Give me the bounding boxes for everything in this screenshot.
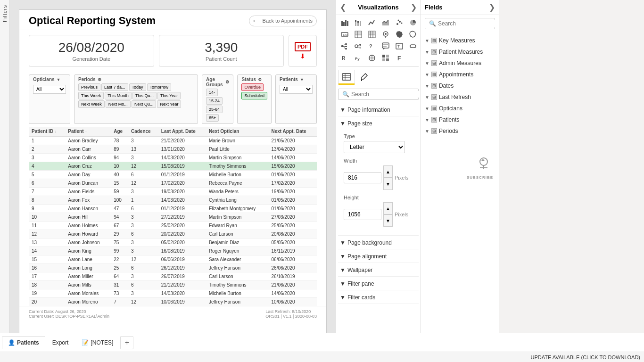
filters-sidebar[interactable]: Filters — [0, 0, 9, 333]
width-up-btn[interactable]: ▲ — [383, 165, 393, 178]
filter-pane-header[interactable]: ▼ Filter pane — [338, 278, 419, 290]
bar-chart-icon[interactable] — [338, 17, 351, 28]
col-header-patient[interactable]: Patient ↑ — [65, 127, 111, 136]
page-alignment-header[interactable]: ▼ Page alignment — [338, 250, 419, 263]
scatter-chart-icon[interactable] — [393, 17, 406, 28]
table-row[interactable]: 4 Aaron Cruz 10 12 15/08/2019 Timothy Si… — [29, 162, 317, 171]
period-btn-tomorrow[interactable]: Tomorrow — [147, 83, 172, 91]
patients-tab[interactable]: 👤 Patients — [2, 336, 45, 349]
col-header-next-optician[interactable]: Next Optician — [206, 127, 269, 136]
table-row[interactable]: 11 Aaron Holmes 67 3 25/02/2020 Edward R… — [29, 222, 317, 230]
period-btn-nextyear[interactable]: Next Year — [157, 100, 181, 108]
period-btn-nextweek[interactable]: Next Week — [78, 100, 105, 108]
format-table-icon[interactable] — [338, 70, 355, 85]
table-row[interactable]: 10 Aaron Hill 94 3 27/12/2019 Martin Sim… — [29, 213, 317, 222]
field-section-dates-header[interactable]: ▼ ⊞ Dates — [423, 81, 497, 90]
treemap-icon[interactable] — [420, 17, 421, 28]
page-size-header[interactable]: ▼ Page size — [338, 117, 419, 130]
period-btn-last7[interactable]: Last 7 da... — [101, 83, 128, 91]
back-button[interactable]: ⟵ Back to Appointments — [249, 16, 317, 26]
age-btn-25-64[interactable]: 25-64 — [206, 106, 223, 113]
viz-prev-arrow[interactable]: ❮ — [340, 3, 346, 12]
line-chart-icon[interactable] — [365, 17, 379, 28]
table-row[interactable]: 16 Aaron Long 25 6 26/12/2019 Jeffrey Ha… — [29, 264, 317, 272]
table-viz-icon[interactable] — [352, 29, 365, 40]
table-row[interactable]: 13 Aaron Johnson 75 3 05/02/2020 Benjami… — [29, 239, 317, 247]
patients-select[interactable]: All — [280, 85, 313, 94]
height-down-btn[interactable]: ▼ — [383, 214, 393, 227]
table-row[interactable]: 7 Aaron Fields 59 3 19/03/2020 Wanda Pet… — [29, 188, 317, 196]
add-tab-button[interactable]: + — [120, 336, 133, 349]
pie-chart-icon[interactable] — [406, 17, 420, 28]
field-section-opticians-header[interactable]: ▼ ⊞ Opticians — [423, 104, 497, 113]
field-section-key-measures-header[interactable]: ▼ ⊞ Key Measures — [423, 36, 497, 45]
grid-visual-icon[interactable] — [379, 52, 392, 64]
col-header-age[interactable]: Age — [111, 127, 128, 136]
width-down-btn[interactable]: ▼ — [383, 178, 393, 190]
table-row[interactable]: 14 Aaron King 99 3 16/08/2019 Roger Nguy… — [29, 247, 317, 255]
period-btn-thismonth[interactable]: This Month — [105, 92, 132, 99]
viz-search-input[interactable] — [351, 91, 421, 98]
age-settings-icon[interactable]: ⚙ — [225, 80, 229, 84]
height-input[interactable] — [344, 209, 381, 220]
decomp-tree-icon[interactable] — [338, 41, 351, 52]
table-row[interactable]: 15 Aaron Lane 22 12 06/06/2019 Sara Alex… — [29, 255, 317, 264]
col-header-id[interactable]: Patient ID ↕ — [29, 127, 65, 136]
fields-search-input[interactable] — [438, 20, 499, 27]
card-icon[interactable]: 123 — [338, 29, 351, 40]
button-viz-icon[interactable] — [406, 41, 420, 52]
qanda-icon[interactable]: ? — [365, 41, 379, 52]
image-viz-icon[interactable] — [420, 41, 421, 52]
status-btn-overdue[interactable]: Overdue — [241, 83, 264, 91]
table-row[interactable]: 1 Aaron Bradley 78 3 21/02/2020 Marie Br… — [29, 136, 317, 145]
table-row[interactable]: 17 Aaron Miller 64 3 26/07/2019 Carl Lar… — [29, 272, 317, 281]
azure-map-icon[interactable] — [420, 29, 421, 40]
wallpaper-header[interactable]: ▼ Wallpaper — [338, 264, 419, 276]
col-header-cadence[interactable]: Cadence — [128, 127, 158, 136]
field-section-appointments-header[interactable]: ▼ ⊞ Appointments — [423, 70, 497, 79]
table-row[interactable]: 19 Aaron Morales 73 3 14/03/2020 Michell… — [29, 289, 317, 298]
notes-tab[interactable]: 📝 [NOTES] — [75, 336, 119, 349]
matrix-icon[interactable] — [365, 29, 379, 40]
text-box-viz-icon[interactable]: T — [393, 41, 406, 52]
period-btn-previous[interactable]: Previous — [78, 83, 100, 91]
column-chart-icon[interactable] — [352, 17, 365, 28]
viz-next-arrow[interactable]: ❯ — [411, 3, 417, 12]
page-type-select[interactable]: Letter 4:3 16:9 Custom — [344, 141, 405, 153]
table-row[interactable]: 18 Aaron Mills 31 6 21/12/2019 Timothy S… — [29, 281, 317, 289]
export-tab[interactable]: Export — [46, 336, 75, 349]
pdf-export-button[interactable]: PDF ⬇ — [289, 35, 317, 67]
period-btn-thisweek[interactable]: This Week — [78, 92, 104, 99]
key-influencers-icon[interactable] — [352, 41, 365, 52]
fields-next-arrow[interactable]: ❯ — [489, 3, 495, 12]
age-btn-under14[interactable]: 14- — [206, 89, 218, 96]
width-input[interactable] — [344, 172, 381, 183]
update-message[interactable]: UPDATE AVAILABLE (CLICK TO DOWNLOAD) — [531, 354, 640, 360]
page-background-header[interactable]: ▼ Page background — [338, 237, 419, 249]
col-header-last-appt[interactable]: Last Appt. Date — [158, 127, 206, 136]
field-section-patient-measures-header[interactable]: ▼ ⊞ Patient Measures — [423, 47, 497, 57]
page-info-header[interactable]: ▼ Page information — [338, 104, 419, 116]
filled-map-icon[interactable] — [393, 29, 406, 40]
table-wrapper[interactable]: Patient ID ↕ Patient ↑ Age Cadence Last … — [29, 127, 317, 306]
table-row[interactable]: 20 Aaron Moreno 7 12 10/06/2019 Jeffrey … — [29, 298, 317, 306]
table-row[interactable]: 3 Aaron Collins 94 3 14/03/2020 Martin S… — [29, 154, 317, 162]
period-btn-today[interactable]: Today — [129, 83, 146, 91]
status-settings-icon[interactable]: ⚙ — [258, 77, 262, 82]
field-section-admin-measures-header[interactable]: ▼ ⊞ Admin Measures — [423, 58, 497, 68]
height-up-btn[interactable]: ▲ — [383, 202, 393, 214]
field-section-periods-header[interactable]: ▼ ⊞ Periods — [423, 126, 497, 136]
shape-map-icon[interactable] — [406, 29, 420, 40]
f-visual-icon[interactable]: F — [393, 52, 406, 64]
table-row[interactable]: 2 Aaron Carr 89 13 13/01/2020 Paul Littl… — [29, 145, 317, 154]
table-row[interactable]: 9 Aaron Hanson 47 6 01/12/2019 Elizabeth… — [29, 205, 317, 213]
age-btn-65plus[interactable]: 65+ — [206, 114, 219, 122]
format-paintbrush-icon[interactable] — [356, 70, 373, 85]
python-visual-icon[interactable]: Py — [352, 52, 365, 64]
col-header-next-appt[interactable]: Next Appt. Date — [269, 127, 317, 136]
table-row[interactable]: 6 Aaron Duncan 15 12 17/02/2020 Rebecca … — [29, 179, 317, 188]
table-row[interactable]: 12 Aaron Howard 29 6 20/02/2020 Carl Lar… — [29, 230, 317, 239]
period-btn-nextqtr[interactable]: Next Qu... — [132, 100, 157, 108]
field-section-patients-header[interactable]: ▼ ⊞ Patients — [423, 115, 497, 124]
area-chart-icon[interactable] — [379, 17, 392, 28]
